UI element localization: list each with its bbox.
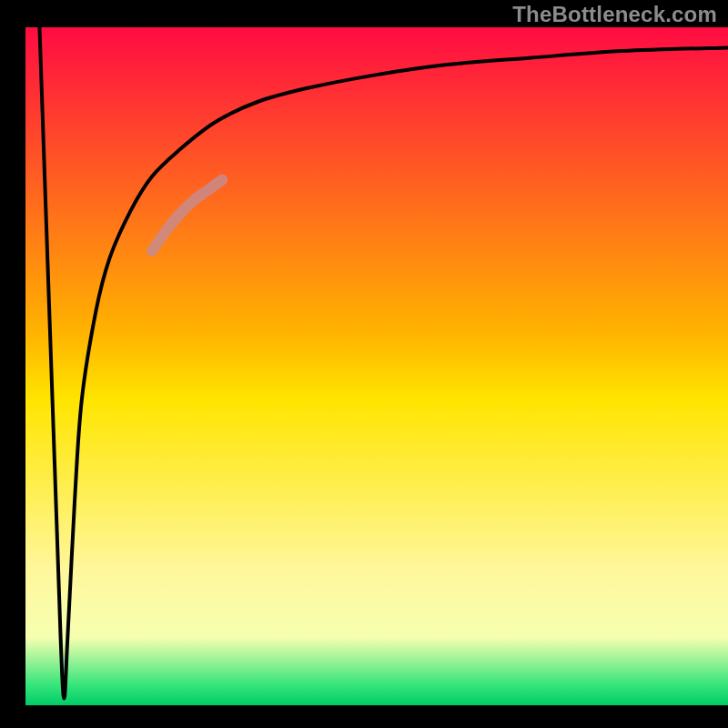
gradient-background bbox=[25, 27, 728, 705]
bottleneck-chart bbox=[0, 0, 728, 728]
watermark-text: TheBottleneck.com bbox=[512, 2, 717, 27]
outer-frame: TheBottleneck.com bbox=[0, 0, 728, 728]
